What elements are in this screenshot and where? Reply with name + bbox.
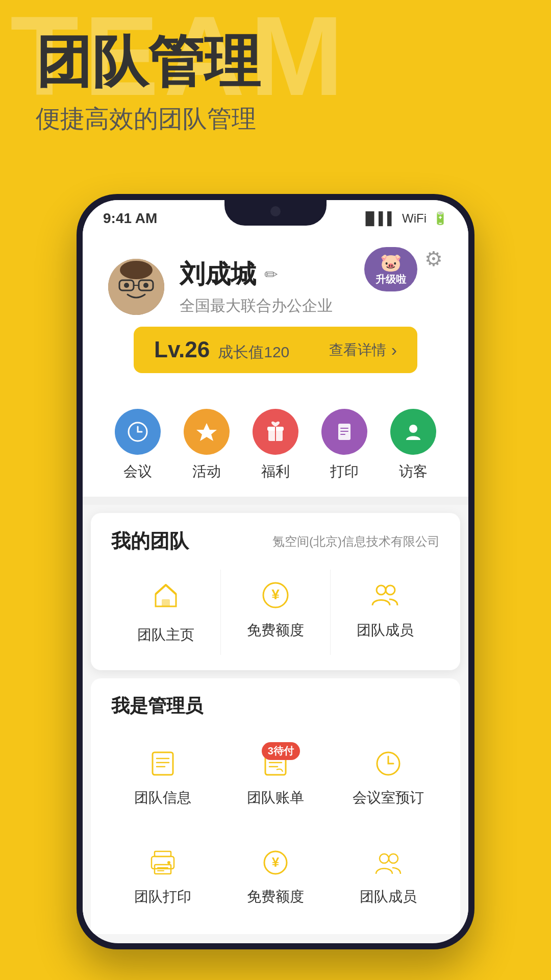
header-area: 团队管理 便捷高效的团队管理 [0, 0, 551, 156]
avatar-face [108, 259, 164, 315]
status-time: 9:41 AM [103, 210, 157, 227]
svg-rect-15 [340, 434, 345, 435]
level-growth: 成长值120 [218, 342, 289, 363]
svg-point-34 [167, 861, 170, 864]
svg-text:¥: ¥ [272, 854, 280, 870]
menu-item-visitor[interactable]: 访客 [390, 409, 436, 481]
team-info-icon-wrap [148, 749, 177, 780]
svg-rect-17 [162, 599, 170, 606]
activity-label: 活动 [192, 462, 221, 481]
admin-free-quota[interactable]: ¥ 免费额度 [224, 833, 327, 922]
scroll-area[interactable]: ⚙ 🐷 升级啦 [83, 232, 468, 934]
divider-1 [83, 497, 468, 505]
meeting-icon [115, 409, 161, 455]
admin-meeting-room-label: 会议室预订 [353, 788, 424, 807]
admin-team-members[interactable]: 团队成员 [337, 833, 440, 922]
svg-rect-31 [155, 851, 171, 856]
team-homepage-item[interactable]: 团队主页 [111, 570, 221, 655]
admin-grid: 团队信息 3待付 团队账单 [111, 734, 440, 922]
svg-point-6 [120, 261, 153, 279]
free-quota-icon-wrap: ¥ [261, 848, 290, 879]
svg-point-5 [143, 283, 148, 288]
profile-company: 全国最大联合办公企业 [180, 296, 443, 316]
welfare-label: 福利 [261, 462, 290, 481]
team-homepage-label: 团队主页 [137, 625, 194, 645]
upgrade-animal-icon: 🐷 [380, 252, 402, 273]
bill-badge: 3待付 [262, 742, 300, 760]
profile-section: ⚙ 🐷 升级啦 [83, 232, 468, 399]
admin-team-bill-label: 团队账单 [247, 788, 304, 807]
phone-screen: 9:41 AM ▐▌▌▌ WiFi 🔋 ⚙ 🐷 升级啦 [83, 200, 468, 943]
quick-menu: 会议 活动 福利 [83, 399, 468, 497]
svg-rect-13 [340, 428, 348, 429]
admin-meeting-room[interactable]: 会议室预订 [337, 734, 440, 823]
print-label: 打印 [330, 462, 359, 481]
svg-text:¥: ¥ [271, 586, 280, 602]
team-section-header: 我的团队 氪空间(北京)信息技术有限公司 [111, 528, 440, 554]
upgrade-label: 升级啦 [375, 273, 406, 286]
admin-free-quota-label: 免费额度 [247, 887, 304, 906]
svg-point-40 [389, 854, 398, 863]
team-quota-icon: ¥ [260, 580, 291, 612]
team-section-title: 我的团队 [111, 528, 189, 554]
team-company-name: 氪空间(北京)信息技术有限公司 [272, 533, 440, 550]
team-grid: 团队主页 ¥ 免费额度 团队成员 [111, 570, 440, 655]
admin-team-bill[interactable]: 3待付 团队账单 [224, 734, 327, 823]
meeting-label: 会议 [123, 462, 152, 481]
team-quota-item[interactable]: ¥ 免费额度 [221, 570, 331, 655]
team-members-icon [370, 580, 400, 612]
level-chevron-icon: › [391, 340, 397, 360]
signal-icon: ▐▌▌▌ [361, 211, 396, 226]
level-number: Lv.26 [154, 337, 210, 362]
svg-point-39 [380, 854, 389, 863]
settings-icon[interactable]: ⚙ [424, 247, 443, 271]
meeting-room-icon-wrap [374, 749, 403, 780]
menu-item-activity[interactable]: 活动 [184, 409, 230, 481]
admin-team-info[interactable]: 团队信息 [111, 734, 214, 823]
my-team-section: 我的团队 氪空间(北京)信息技术有限公司 团队主页 ¥ [91, 513, 460, 670]
admin-team-info-label: 团队信息 [134, 788, 191, 807]
page-subtitle: 便捷高效的团队管理 [36, 103, 515, 135]
welfare-icon [253, 409, 298, 455]
menu-item-print[interactable]: 打印 [321, 409, 367, 481]
profile-name: 刘成城 [180, 257, 256, 291]
level-bar[interactable]: Lv.26 成长值120 查看详情 › [134, 327, 417, 373]
team-members-label: 团队成员 [357, 621, 414, 640]
visitor-icon [390, 409, 436, 455]
avatar[interactable] [108, 259, 164, 315]
team-homepage-icon [151, 580, 181, 617]
status-icons: ▐▌▌▌ WiFi 🔋 [361, 211, 448, 226]
visitor-label: 访客 [399, 462, 428, 481]
wifi-icon: WiFi [402, 211, 427, 226]
phone-mockup: 9:41 AM ▐▌▌▌ WiFi 🔋 ⚙ 🐷 升级啦 [77, 194, 474, 949]
upgrade-badge[interactable]: 🐷 升级啦 [364, 247, 417, 291]
page-title: 团队管理 [36, 31, 515, 92]
admin-team-print[interactable]: 团队打印 [111, 833, 214, 922]
team-members-admin-icon-wrap [374, 848, 403, 879]
svg-point-21 [386, 585, 395, 595]
team-members-item[interactable]: 团队成员 [331, 570, 440, 655]
admin-team-members-label: 团队成员 [360, 887, 417, 906]
svg-point-16 [409, 425, 417, 433]
svg-point-4 [124, 283, 129, 288]
admin-section: 我是管理员 团队信息 3待付 [91, 678, 460, 934]
level-detail-link[interactable]: 查看详情 [329, 340, 386, 360]
activity-icon [184, 409, 230, 455]
menu-item-meeting[interactable]: 会议 [115, 409, 161, 481]
print-icon [321, 409, 367, 455]
phone-content: ⚙ 🐷 升级啦 [83, 232, 468, 934]
team-quota-label: 免费额度 [247, 621, 304, 640]
team-print-icon-wrap [148, 848, 177, 879]
svg-rect-14 [340, 431, 348, 432]
svg-marker-8 [196, 423, 217, 441]
menu-item-welfare[interactable]: 福利 [253, 409, 298, 481]
team-bill-icon-wrap: 3待付 [261, 749, 290, 780]
phone-notch [224, 200, 327, 226]
svg-rect-22 [153, 752, 173, 775]
admin-section-title: 我是管理员 [111, 694, 440, 719]
battery-icon: 🔋 [433, 211, 448, 226]
admin-team-print-label: 团队打印 [134, 887, 191, 906]
camera-icon [270, 206, 281, 216]
svg-point-20 [377, 585, 386, 595]
edit-icon[interactable]: ✏ [264, 265, 278, 284]
